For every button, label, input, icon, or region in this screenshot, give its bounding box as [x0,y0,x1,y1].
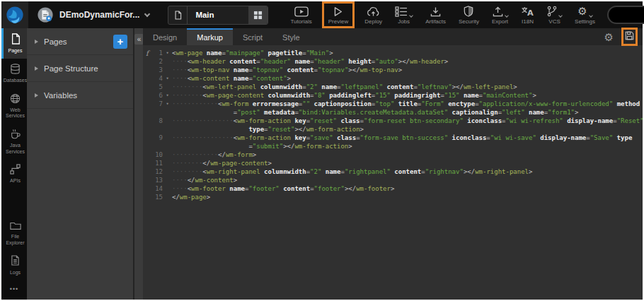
line-number: 15 [143,193,163,201]
line-number [143,108,163,117]
page-tab-main[interactable]: Main [168,6,268,25]
markup-code-area[interactable]: f 1▾<wm-page name="mainpage" pagetitle="… [143,45,643,201]
wavemaker-logo[interactable] [1,1,28,28]
expand-triangle-icon[interactable] [35,93,38,98]
fold-gutter [163,167,172,176]
line-number: 7 [143,100,163,108]
tab-script[interactable]: Script [233,28,272,45]
code-row[interactable]: 6▾········<wm-page-content columnwidth="… [143,91,643,100]
settings-gear-icon: ⚙ [577,6,592,17]
panel-section-pages[interactable]: Pages+ [27,28,133,55]
code-row[interactable]: type="reset"></wm-form-action> [143,125,643,134]
line-number: 9 [143,134,163,142]
sidebar-item-java-services[interactable]: Java Services [1,124,27,159]
panel-resizer[interactable]: « [133,28,143,300]
chevron-down-icon[interactable] [589,13,593,18]
toolbar-preview[interactable]: Preview [322,1,355,28]
i18n-translate-icon: A [521,6,534,17]
line-number: 8 [143,117,163,125]
expand-triangle-icon[interactable] [35,40,38,44]
fold-gutter [163,57,172,66]
code-row[interactable]: 9················<wm-form-action key="sa… [143,134,643,142]
sidebar-item-label: Web Services [4,107,27,119]
panel-section-page-structure[interactable]: Page Structure [27,55,133,82]
project-switcher[interactable]: DEmoDynamicFor... [28,6,156,23]
sidebar-item-logs[interactable]: Logs [1,250,27,280]
toolbar-item-label: Artifacts [425,19,446,25]
sidebar-item-web-services[interactable]: Web Services [1,88,27,124]
chevron-down-icon[interactable] [409,13,413,18]
code-row[interactable]: 4▾····<wm-content name="content"> [143,74,643,83]
line-number: 13 [143,176,163,184]
page-switcher-icon[interactable] [248,6,268,24]
code-text: ········</wm-page-content> [172,159,643,167]
account-pill[interactable] [607,6,644,24]
code-row[interactable]: 7▾············<wm-form errormessage="" c… [143,100,643,108]
code-text: <wm-page name="mainpage" pagetitle="Main… [172,49,643,57]
add-page-button[interactable]: + [113,35,127,49]
sidebar-item-apis[interactable]: APIs [1,159,27,189]
page-tab-label: Main [188,6,248,24]
chevron-down-icon[interactable] [505,13,509,18]
fold-gutter [163,117,172,125]
code-row[interactable]: 14····<wm-footer name="footer" content="… [143,184,643,193]
code-row[interactable]: 10············</wm-form> [143,150,643,159]
toolbar-settings[interactable]: ⚙Settings [568,6,602,25]
editor-settings-gear-icon[interactable]: ⚙ [604,32,614,42]
pages-icon [11,33,21,46]
toolbar-item-label: Deploy [364,19,382,25]
code-text: ····<wm-footer name="footer" content="fo… [172,184,643,193]
fold-arrow-icon[interactable]: ▾ [163,74,172,83]
sidebar-item-databases[interactable]: Databases [1,59,27,88]
fold-arrow-icon[interactable]: ▾ [163,100,172,108]
code-row[interactable]: 12········<wm-right-panel columnwidth="2… [143,167,643,176]
line-number: 10 [143,150,163,159]
toolbar-i18n[interactable]: AI18N [514,6,541,25]
toolbar-tutorials[interactable]: Tutorials [284,6,318,25]
code-row[interactable]: 11········</wm-page-content> [143,159,643,167]
sidebar-item-pages[interactable]: Pages [1,28,27,59]
expand-triangle-icon[interactable] [35,66,38,71]
code-row[interactable]: 1▾<wm-page name="mainpage" pagetitle="Ma… [143,49,643,57]
page-icon [168,6,188,24]
code-row[interactable]: ="submit"></wm-form-action> [143,142,643,150]
code-row[interactable]: 15</wm-page> [143,193,643,201]
code-text: ="submit"></wm-form-action> [172,142,643,150]
code-row[interactable]: ="post" metadata="bind:Variables.createM… [143,108,643,117]
tab-markup[interactable]: Markup [187,28,233,45]
fold-arrow-icon[interactable]: ▾ [163,91,172,100]
sidebar-item-label: Java Services [4,143,27,155]
fold-arrow-icon[interactable]: ▾ [163,49,172,57]
save-icon [625,30,634,43]
toolbar-jobs[interactable]: Jobs [389,6,419,25]
line-number [143,125,163,134]
format-marker[interactable]: f [146,49,149,58]
code-row[interactable]: 3····<wm-top-nav name="topnav" content="… [143,66,643,74]
left-nav-sidebar: PagesDatabasesWeb ServicesJava ServicesA… [1,28,27,300]
sidebar-item-label: APIs [10,178,21,184]
toolbar-security[interactable]: Security [452,6,485,25]
code-row[interactable]: 2····<wm-header content="header" name="h… [143,57,643,66]
chevron-down-icon[interactable] [558,13,563,18]
save-button[interactable] [621,28,638,46]
code-row[interactable]: 8················<wm-form-action key="re… [143,117,643,125]
tab-design[interactable]: Design [143,28,187,45]
line-number: 12 [143,167,163,176]
fold-gutter [163,125,172,134]
toolbar-deploy[interactable]: Deploy [358,6,389,25]
code-row[interactable]: 13····</wm-content> [143,176,643,184]
jobs-list-icon [395,6,413,17]
panel-section-variables[interactable]: Variables [27,82,133,109]
sidebar-item-label: Logs [10,270,21,276]
sidebar-more-ellipsis-icon[interactable]: ••• [1,280,27,300]
toolbar-artifacts[interactable]: Artifacts [419,6,452,25]
code-row[interactable]: 5········<wm-left-panel columnwidth="2" … [143,83,643,91]
workspace: PagesDatabasesWeb ServicesJava ServicesA… [1,28,643,300]
sidebar-item-file-explorer[interactable]: File Explorer [1,216,27,250]
top-bar: DEmoDynamicFor... Main TutorialsPreviewD… [1,1,643,28]
chevron-down-icon[interactable] [144,11,150,16]
tab-style[interactable]: Style [272,28,309,45]
toolbar-export[interactable]: Export [485,6,514,25]
toolbar-vcs[interactable]: VCS [541,6,568,25]
fold-gutter [163,142,172,150]
